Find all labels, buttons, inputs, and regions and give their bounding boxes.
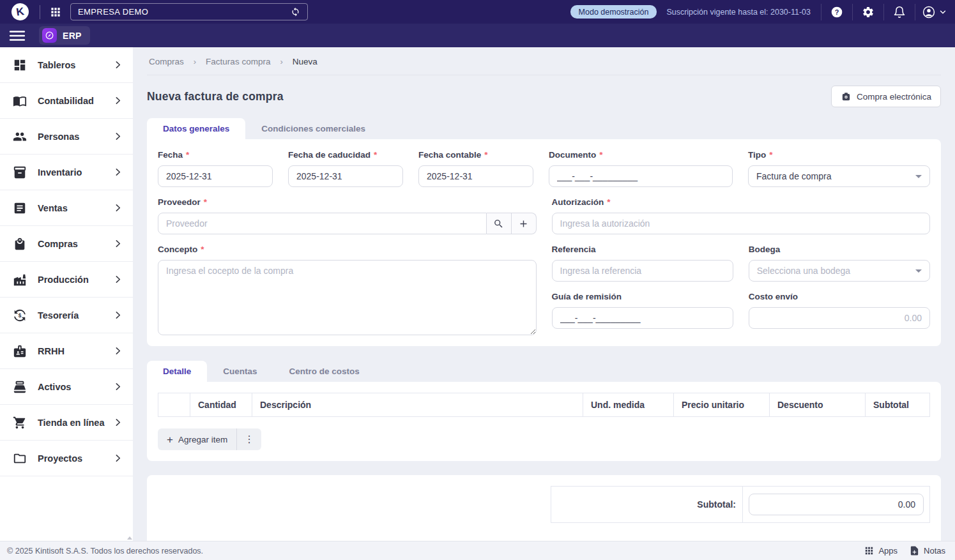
- company-selector[interactable]: EMPRESA DEMO: [70, 3, 308, 20]
- guia-remision-input[interactable]: [552, 307, 733, 329]
- erp-app-chip[interactable]: ERP: [39, 26, 90, 45]
- sidebar-item-label: Compras: [38, 239, 112, 249]
- fecha-label: Fecha: [158, 150, 273, 160]
- tab[interactable]: Datos generales: [147, 118, 245, 139]
- notas-footer-button[interactable]: Notas: [906, 545, 948, 556]
- chevron-right-icon: [112, 345, 123, 356]
- shopping-bag-icon: [13, 237, 27, 251]
- chevron-right-icon: [112, 453, 123, 464]
- notifications-bell-icon[interactable]: [893, 6, 906, 19]
- dashboard-icon: [13, 58, 27, 72]
- proveedor-add-button[interactable]: [512, 213, 537, 234]
- sidebar-item[interactable]: Inventario: [0, 155, 133, 190]
- receipt-icon: [13, 201, 27, 215]
- sidebar-item[interactable]: Compras: [0, 226, 133, 262]
- breadcrumb-item[interactable]: Nueva: [293, 57, 317, 66]
- hamburger-menu-icon[interactable]: [9, 29, 26, 43]
- svg-text:?: ?: [835, 8, 839, 15]
- add-item-button[interactable]: + Agregar item: [158, 428, 236, 450]
- sidebar-item-label: Inventario: [38, 167, 112, 178]
- general-tabs: Datos generales Condiciones comerciales: [147, 118, 941, 139]
- sidebar-item-label: Producción: [38, 275, 112, 285]
- guia-remision-label: Guía de remisión: [552, 292, 733, 301]
- concepto-textarea[interactable]: [158, 260, 537, 335]
- sidebar-item-label: Proyectos: [38, 453, 112, 464]
- electronic-purchase-button[interactable]: Compra electrónica: [831, 86, 941, 107]
- sidebar-item-label: Ventas: [38, 203, 112, 213]
- sidebar-item[interactable]: $ Tesorería: [0, 298, 133, 333]
- autorizacion-label: Autorización: [552, 197, 931, 207]
- chevron-right-icon: [112, 274, 123, 285]
- detail-card: Cantidad Descripción Und. medida Precio …: [147, 382, 941, 461]
- page-title: Nueva factura de compra: [147, 90, 284, 103]
- sidebar-item[interactable]: Tableros: [0, 47, 133, 83]
- chevron-right-icon: [112, 95, 123, 106]
- sidebar-item[interactable]: Contabilidad: [0, 83, 133, 119]
- sidebar-item-label: Personas: [38, 132, 112, 142]
- sidebar-item[interactable]: RRHH: [0, 333, 133, 369]
- sidebar-item[interactable]: Tienda en línea: [0, 405, 133, 441]
- point-of-sale-icon: [13, 380, 27, 394]
- subtotal-input[interactable]: [749, 494, 924, 515]
- sidebar-item[interactable]: Activos: [0, 369, 133, 405]
- help-icon[interactable]: ?: [830, 6, 843, 19]
- factory-icon: [13, 273, 27, 287]
- fecha-caducidad-label: Fecha de caducidad: [288, 150, 403, 160]
- guia-remision-field: Guía de remisión: [552, 292, 733, 329]
- bodega-field: Bodega Selecciona una bodega: [749, 245, 930, 282]
- currency-exchange-icon: $: [13, 308, 27, 322]
- autorizacion-input[interactable]: [552, 213, 931, 234]
- sidebar-item[interactable]: Producción: [0, 262, 133, 298]
- refresh-icon[interactable]: [291, 7, 300, 17]
- fecha-caducidad-field: Fecha de caducidad: [288, 150, 403, 187]
- breadcrumb: Compras › Facturas compra › Nueva ›: [147, 47, 941, 75]
- fecha-field: Fecha: [158, 150, 273, 187]
- title-row: Nueva factura de compra Compra electróni…: [147, 86, 941, 107]
- sidebar-item-label: Tienda en línea: [38, 418, 112, 428]
- table-header-cell: [158, 393, 190, 416]
- breadcrumb-item[interactable]: Compras: [149, 57, 184, 66]
- company-name: EMPRESA DEMO: [78, 7, 148, 17]
- sidebar-item[interactable]: Personas: [0, 119, 133, 155]
- apps-footer-button[interactable]: Apps: [861, 545, 900, 556]
- fecha-contable-input[interactable]: [418, 165, 533, 187]
- documento-input[interactable]: [549, 165, 733, 187]
- chevron-right-icon: [112, 310, 123, 321]
- tipo-select[interactable]: Factura de compra: [748, 165, 930, 187]
- account-menu[interactable]: [915, 5, 947, 19]
- tab[interactable]: Cuentas: [207, 361, 273, 382]
- sidebar-item-label: Tableros: [38, 60, 112, 70]
- settings-gear-icon[interactable]: [862, 6, 875, 19]
- add-item-menu-button[interactable]: ⋮: [236, 428, 261, 450]
- bodega-select[interactable]: Selecciona una bodega: [749, 260, 930, 282]
- breadcrumb-separator: ›: [280, 57, 282, 66]
- costo-envio-input[interactable]: [749, 307, 930, 329]
- proveedor-label: Proveedor: [158, 197, 537, 207]
- apps-grid-icon[interactable]: [49, 6, 62, 19]
- people-icon: [13, 130, 27, 144]
- kintisoft-logo[interactable]: K: [0, 3, 40, 20]
- fecha-caducidad-input[interactable]: [288, 165, 403, 187]
- subscription-text: Suscripción vigente hasta el: 2030-11-03: [666, 8, 811, 17]
- sidebar-item[interactable]: Proyectos: [0, 441, 133, 476]
- concepto-field: Concepto: [158, 245, 537, 335]
- topbar-divider: [40, 5, 40, 19]
- tab[interactable]: Detalle: [147, 361, 207, 382]
- proveedor-search-button[interactable]: [487, 213, 512, 234]
- fecha-contable-label: Fecha contable: [418, 150, 533, 160]
- breadcrumb-item[interactable]: Facturas compra: [206, 57, 270, 66]
- proveedor-input[interactable]: [158, 213, 487, 234]
- documento-field: Documento: [549, 150, 733, 187]
- sidebar-item-label: RRHH: [38, 346, 112, 356]
- sidebar: Tableros Contabilidad Personas Inventari…: [0, 47, 133, 541]
- fecha-input[interactable]: [158, 165, 273, 187]
- tab[interactable]: Centro de costos: [273, 361, 376, 382]
- sidebar-scroll-arrow[interactable]: [127, 536, 132, 540]
- tab[interactable]: Condiciones comerciales: [245, 118, 381, 139]
- chevron-right-icon: [112, 167, 123, 178]
- items-table-header: Cantidad Descripción Und. medida Precio …: [158, 393, 930, 417]
- referencia-input[interactable]: [552, 260, 733, 282]
- chevron-right-icon: [112, 417, 123, 428]
- sidebar-item[interactable]: Ventas: [0, 190, 133, 226]
- costo-envio-label: Costo envío: [749, 292, 930, 301]
